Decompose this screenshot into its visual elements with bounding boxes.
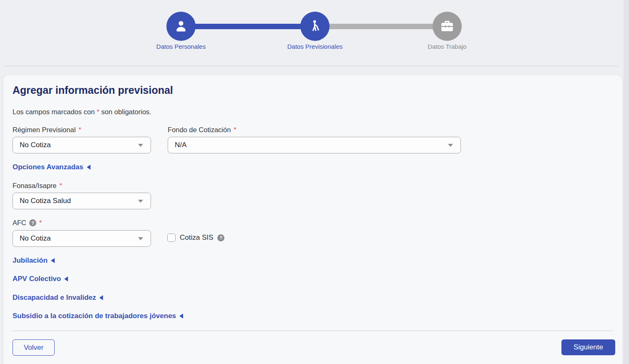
step-label: Datos Trabajo <box>414 43 481 51</box>
required-marker: * <box>39 219 42 227</box>
form-card: Agregar información previsional Los camp… <box>3 75 622 364</box>
regimen-previsional-label: Régimen Previsional* <box>13 126 81 134</box>
wizard-stepper: Datos Personales Datos Previsionales <box>0 0 624 66</box>
step-label: Datos Personales <box>148 43 214 51</box>
scrollbar[interactable] <box>624 0 629 364</box>
afc-label: AFC ? * <box>13 219 42 227</box>
cotiza-sis-checkbox[interactable] <box>167 233 176 242</box>
select-value: No Cotiza <box>20 234 138 243</box>
select-value: No Cotiza <box>20 141 138 149</box>
header-divider <box>4 66 618 66</box>
afc-help-icon[interactable]: ? <box>29 219 36 226</box>
step-label: Datos Previsionales <box>282 43 348 51</box>
collapse-triangle-icon <box>64 276 68 281</box>
next-button[interactable]: Siguiente <box>561 339 615 355</box>
cotiza-sis-row: Cotiza SIS ? <box>167 233 224 242</box>
person-with-cane-icon <box>300 12 330 41</box>
fonasa-isapre-label: Fonasa/Isapre* <box>13 182 62 190</box>
footer-divider <box>13 331 613 331</box>
chevron-down-icon <box>138 237 143 240</box>
jubilacion-toggle[interactable]: Jubilación <box>13 256 55 265</box>
fondo-cotizacion-select[interactable]: N/A <box>168 137 461 153</box>
fonasa-isapre-select[interactable]: No Cotiza Salud <box>13 193 151 209</box>
stepper-connector-active <box>181 24 315 29</box>
collapse-triangle-icon <box>87 165 91 170</box>
subsidio-jovenes-toggle[interactable]: Subsidio a la cotización de trabajadores… <box>13 312 183 320</box>
apv-colectivo-toggle[interactable]: APV Colectivo <box>13 275 68 283</box>
stepper-connector-inactive <box>315 24 447 29</box>
person-icon <box>166 12 196 41</box>
discapacidad-invalidez-toggle[interactable]: Discapacidad e Invalidez <box>13 294 103 302</box>
required-marker: * <box>234 126 236 134</box>
opciones-avanzadas-toggle[interactable]: Opciones Avanzadas <box>13 163 91 171</box>
select-value: No Cotiza Salud <box>20 197 138 205</box>
cotiza-sis-help-icon[interactable]: ? <box>217 234 224 241</box>
required-marker: * <box>78 126 81 134</box>
page-title: Agregar información previsional <box>13 84 173 96</box>
chevron-down-icon <box>138 200 143 203</box>
back-button[interactable]: Volver <box>13 339 55 356</box>
required-note: Los campos marcados con * son obligatori… <box>13 108 151 116</box>
fondo-cotizacion-label: Fondo de Cotización* <box>168 126 237 134</box>
cotiza-sis-label: Cotiza SIS <box>180 233 213 242</box>
regimen-previsional-select[interactable]: No Cotiza <box>13 137 151 153</box>
afc-select[interactable]: No Cotiza <box>13 230 151 247</box>
collapse-triangle-icon <box>51 258 55 263</box>
required-marker: * <box>59 182 62 190</box>
briefcase-icon <box>433 12 462 41</box>
chevron-down-icon <box>448 144 453 147</box>
collapse-triangle-icon <box>99 295 103 300</box>
collapse-triangle-icon <box>179 314 183 319</box>
select-value: N/A <box>175 141 448 149</box>
chevron-down-icon <box>138 144 143 147</box>
